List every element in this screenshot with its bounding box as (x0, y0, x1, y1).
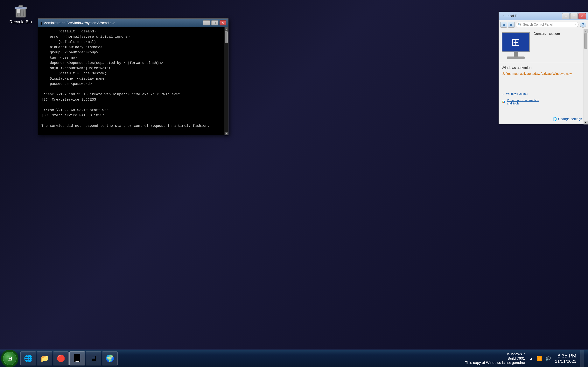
windows-logo: ⊞ (7, 355, 12, 362)
taskbar-item-ie[interactable]: 🌐 (20, 351, 36, 366)
bg-sidebar: 🛡 Windows Update 📊 Performance Informati… (499, 89, 545, 108)
bg-main-content: ⊞ Domain: test.org (499, 29, 588, 62)
bg-scrollbar[interactable]: ▲ ▼ (584, 29, 588, 125)
activation-link[interactable]: You must activate today. Activate Window… (506, 72, 572, 75)
cmd-taskbar-icon: _ (74, 354, 80, 362)
bg-toolbar: ◀ ▶ 🔍 Search Control Panel → ? (499, 20, 588, 29)
performance-icon: 📊 (502, 100, 505, 103)
tray-network-icon[interactable]: 📶 (536, 356, 542, 361)
cmd-scroll-thumb[interactable] (225, 31, 228, 43)
change-settings-link[interactable]: Change settings (558, 117, 582, 121)
bg-search-icon: 🔍 (518, 23, 522, 26)
activation-link-row: ⚠ You must activate today. Activate Wind… (502, 71, 585, 76)
cmd-scroll-down-btn[interactable]: ▼ (225, 132, 228, 135)
recycle-bin-svg (13, 3, 28, 18)
domain-label: Domain: (534, 32, 546, 36)
system-tray: Windows 7 Build 7601 This copy of Window… (465, 350, 588, 367)
cmd-text-output[interactable]: (default = demand) error= <normal|severe… (38, 27, 224, 135)
cmd-icon: ▮ (40, 21, 42, 25)
bg-window-controls: ─ □ ✕ (562, 13, 586, 19)
taskbar-item-explorer[interactable]: 📁 (37, 351, 52, 366)
system-info-area: Domain: test.org (534, 32, 585, 59)
domain-value: test.org (549, 32, 560, 36)
taskbar-item-remote[interactable]: 🖥 (86, 351, 101, 366)
ie-icon: 🌐 (24, 354, 33, 363)
taskbar-item-cmd[interactable]: _ (69, 351, 85, 366)
performance-label: Performance Information and Tools (507, 99, 543, 105)
win-build-line3: This copy of Windows is not genuine (465, 361, 525, 365)
bg-search-submit-icon[interactable]: → (573, 23, 576, 26)
cmd-minimize-button[interactable]: ─ (203, 20, 210, 25)
bg-window-titlebar: n Local Di ─ □ ✕ (499, 12, 588, 20)
windows-update-label: Windows Update (506, 92, 528, 95)
bg-scroll-up-arrow[interactable]: ▲ (584, 29, 588, 33)
computer-icon-area: ⊞ (502, 32, 530, 59)
tray-icons: ▲ 📶 🔊 (529, 356, 551, 361)
cmd-content: (default = demand) error= <normal|severe… (38, 27, 228, 135)
explorer-icon: 📁 (40, 354, 49, 363)
cmd-titlebar: ▮ Administrator: C:\Windows\system32\cmd… (38, 19, 228, 27)
tray-up-arrow[interactable]: ▲ (529, 356, 534, 361)
windows-logo-icon: ⊞ (511, 36, 520, 48)
background-window: n Local Di ─ □ ✕ ◀ ▶ 🔍 Search Control Pa… (499, 12, 588, 124)
bg-help-button[interactable]: ? (580, 22, 586, 28)
computer-stand (514, 52, 518, 57)
remote-icon: 🖥 (90, 354, 97, 363)
taskbar: ⊞ 🌐 📁 🔴 _ 🖥 (0, 350, 588, 367)
change-settings-area: 🌐 Change settings (553, 117, 582, 121)
network-icon: 🌍 (106, 354, 114, 363)
desktop: Recycle Bin n Local Di ─ □ ✕ ◀ ▶ 🔍 Searc… (0, 0, 588, 367)
svg-rect-7 (15, 7, 26, 9)
recycle-bin-label: Recycle Bin (9, 19, 32, 25)
cmd-window: ▮ Administrator: C:\Windows\system32\cmd… (38, 18, 228, 135)
computer-base (507, 57, 525, 59)
bg-scroll-down-arrow[interactable]: ▼ (584, 121, 588, 125)
bg-back-button[interactable]: ◀ (500, 22, 507, 28)
domain-row: Domain: test.org (534, 32, 585, 36)
win-build-line1: Windows 7 (507, 352, 525, 356)
cmd-scrollbar[interactable]: ▲ ▼ (224, 27, 228, 135)
cmd-maximize-button[interactable]: □ (211, 20, 218, 25)
change-settings-icon: 🌐 (553, 117, 557, 121)
media-icon: 🔴 (57, 354, 65, 363)
start-button[interactable]: ⊞ (1, 350, 18, 367)
cmd-close-button[interactable]: ✕ (219, 20, 226, 25)
bg-search-box[interactable]: 🔍 Search Control Panel → (516, 22, 579, 27)
bg-max-button[interactable]: □ (570, 13, 578, 19)
sidebar-item-windows-update[interactable]: 🛡 Windows Update (499, 91, 545, 97)
activation-section: Windows activation ⚠ You must activate t… (499, 63, 588, 79)
bg-scroll-thumb[interactable] (584, 33, 588, 49)
cmd-scroll-up-btn[interactable]: ▲ (225, 27, 228, 31)
recycle-bin-icon[interactable]: Recycle Bin (1, 1, 40, 26)
svg-line-3 (23, 10, 24, 16)
bg-min-button[interactable]: ─ (562, 13, 570, 19)
svg-rect-6 (17, 9, 20, 13)
bg-search-text: Search Control Panel (523, 23, 553, 26)
activation-icon: ⚠ (502, 71, 505, 76)
bg-close-button[interactable]: ✕ (579, 13, 586, 19)
win-build-line2: Build 7601 (508, 356, 525, 361)
taskbar-item-media[interactable]: 🔴 (53, 351, 69, 366)
windows-update-icon: 🛡 (502, 92, 505, 95)
clock-date: 11/11/2023 (555, 359, 576, 364)
bg-window-title-partial: n Local Di (503, 14, 562, 18)
clock-area[interactable]: 8:35 PM 11/11/2023 (555, 353, 576, 364)
show-desktop-button[interactable] (580, 350, 584, 367)
win-activation-notice: Windows 7 Build 7601 This copy of Window… (465, 352, 525, 365)
activation-title: Windows activation (502, 66, 585, 70)
clock-time: 8:35 PM (557, 353, 576, 359)
sidebar-item-performance[interactable]: 📊 Performance Information and Tools (499, 97, 545, 107)
tray-sound-icon[interactable]: 🔊 (545, 356, 551, 361)
taskbar-item-network[interactable]: 🌍 (102, 351, 118, 366)
cmd-title: Administrator: C:\Windows\system32\cmd.e… (44, 21, 202, 25)
start-orb: ⊞ (3, 352, 17, 365)
taskbar-items: 🌐 📁 🔴 _ 🖥 🌍 (20, 350, 118, 367)
bg-forward-button[interactable]: ▶ (508, 22, 515, 28)
computer-monitor: ⊞ (502, 32, 530, 52)
